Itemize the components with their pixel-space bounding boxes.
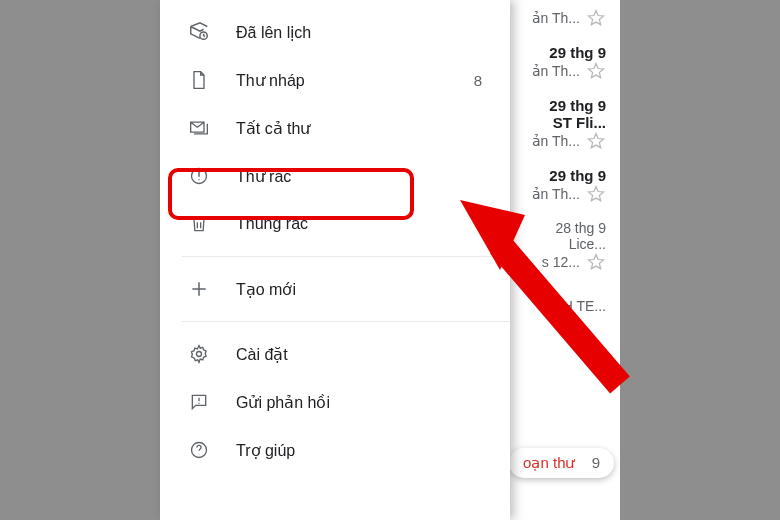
star-icon[interactable]	[586, 8, 606, 28]
sidebar-item-label: Gửi phản hồi	[236, 393, 510, 412]
star-icon[interactable]	[586, 184, 606, 204]
star-icon[interactable]	[586, 252, 606, 272]
sidebar-item-create-new[interactable]: Tạo mới	[160, 265, 510, 313]
sidebar-item-label: Tất cả thư	[236, 119, 510, 138]
divider	[182, 321, 510, 322]
plus-icon	[188, 278, 210, 300]
sidebar-item-feedback[interactable]: Gửi phản hồi	[160, 378, 510, 426]
draft-icon	[188, 69, 210, 91]
sidebar-item-label: Cài đặt	[236, 345, 510, 364]
gear-icon	[188, 343, 210, 365]
compose-button[interactable]: oạn thư 9	[509, 448, 614, 478]
scheduled-icon	[188, 21, 210, 43]
all-mail-icon	[188, 117, 210, 139]
sidebar-item-settings[interactable]: Cài đặt	[160, 330, 510, 378]
divider	[182, 256, 510, 257]
sidebar-item-label: Trợ giúp	[236, 441, 510, 460]
sidebar-item-scheduled[interactable]: Đã lên lịch	[160, 8, 510, 56]
sidebar-drawer: Đã lên lịch Thư nháp 8 Tất cả thư Thư rá…	[160, 0, 510, 520]
svg-point-1	[197, 352, 202, 357]
sidebar-item-label: Tạo mới	[236, 280, 510, 299]
spam-icon	[188, 165, 210, 187]
sidebar-item-label: Đã lên lịch	[236, 23, 510, 42]
sidebar-item-drafts[interactable]: Thư nháp 8	[160, 56, 510, 104]
sidebar-item-help[interactable]: Trợ giúp	[160, 426, 510, 474]
sidebar-item-all-mail[interactable]: Tất cả thư	[160, 104, 510, 152]
sidebar-item-spam[interactable]: Thư rác	[160, 152, 510, 200]
star-icon[interactable]	[586, 61, 606, 81]
compose-label-frag: oạn thư	[523, 454, 575, 471]
email-subject-frag: ản Th...	[532, 186, 580, 202]
star-icon[interactable]	[586, 131, 606, 151]
email-subject-frag: ản Th...	[532, 63, 580, 79]
sidebar-item-label: Thư rác	[236, 167, 510, 186]
help-icon	[188, 439, 210, 461]
sidebar-item-trash[interactable]: Thùng rác	[160, 200, 510, 248]
sidebar-item-label: Thùng rác	[236, 215, 510, 233]
draft-count: 8	[474, 72, 482, 89]
feedback-icon	[188, 391, 210, 413]
email-subject-frag: ản Th...	[532, 133, 580, 149]
email-subject-frag: ản Th...	[532, 10, 580, 26]
email-subject-frag: s 12...	[542, 254, 580, 270]
trash-icon	[188, 213, 210, 235]
sidebar-item-label: Thư nháp	[236, 71, 474, 90]
email-fragment: 9	[592, 454, 600, 471]
